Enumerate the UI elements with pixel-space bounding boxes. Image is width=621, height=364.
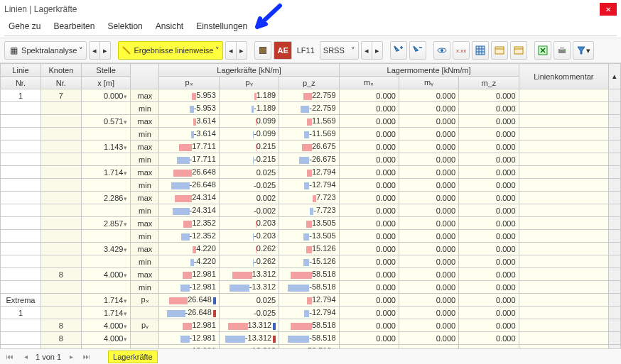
svg-rect-4 xyxy=(514,47,523,54)
table-row[interactable]: 0.571▾ max 3.614 0.099 11.569 0.000 0.00… xyxy=(1,115,621,128)
table-row[interactable]: min -24.314 -0.002 -7.723 0.000 0.000 0.… xyxy=(1,204,621,217)
table-row[interactable]: Extrema 1.714▾ pₓ 26.648 0.025 12.794 0.… xyxy=(1,294,621,307)
toolbar: ▦ Spektralanalyse ˅ ◂▸ Ergebnisse linien… xyxy=(0,38,621,63)
lf-label: LF11 xyxy=(294,41,318,60)
scroll-up[interactable]: ▴ xyxy=(609,64,621,89)
col-lager[interactable]: Lagerkräfte [kN/m] xyxy=(159,64,339,77)
filter-btn-1[interactable] xyxy=(390,41,407,60)
brown-square-icon xyxy=(259,47,266,54)
svg-point-8 xyxy=(563,50,565,51)
nav-next-1[interactable]: ▸ xyxy=(99,41,111,60)
col-mz[interactable]: m_z xyxy=(459,77,519,89)
table-row[interactable]: min -17.711 -0.215 -26.675 0.000 0.000 0… xyxy=(1,153,621,166)
close-button[interactable]: ✕ xyxy=(600,3,617,16)
results-table: Linie Knoten Stelle Lagerkräfte [kN/m] L… xyxy=(0,63,621,348)
srss-dropdown[interactable]: SRSS ˅ xyxy=(320,41,359,60)
col-mx[interactable]: mₓ xyxy=(339,77,399,89)
col-knoten-nr[interactable]: Nr. xyxy=(40,77,81,89)
col-knoten[interactable]: Knoten xyxy=(40,64,81,77)
nav-first[interactable]: ⏮ xyxy=(4,351,16,363)
sheet-tab[interactable]: Lagerkräfte xyxy=(108,351,158,363)
grid-icon xyxy=(475,45,485,55)
table-row[interactable]: 1.143▾ max 17.711 0.215 26.675 0.000 0.0… xyxy=(1,140,621,153)
nav-prev[interactable]: ◂ xyxy=(20,351,31,363)
table-row[interactable]: min -5.953 -1.189 -22.759 0.000 0.000 0.… xyxy=(1,102,621,115)
svg-point-1 xyxy=(441,49,443,52)
menu-view[interactable]: Ansicht xyxy=(150,20,189,33)
table-row[interactable]: min -12.981 -13.312 -58.518 0.000 0.000 … xyxy=(1,281,621,294)
col-pz[interactable]: p_z xyxy=(279,77,339,89)
menu-selection[interactable]: Selektion xyxy=(102,20,148,33)
nav-next-3[interactable]: ▸ xyxy=(372,41,383,60)
table-row[interactable]: 8 4.000▾ max 12.981 13.312 58.518 0.000 … xyxy=(1,268,621,281)
nav-next-2[interactable]: ▸ xyxy=(236,41,247,60)
titlebar: Linien | Lagerkräfte ✕ xyxy=(0,0,621,18)
spectral-icon: ▦ xyxy=(8,45,19,56)
page-counter: 1 von 1 xyxy=(36,353,61,361)
cal-btn-1[interactable] xyxy=(491,41,508,60)
nav-prev-3[interactable]: ◂ xyxy=(361,41,372,60)
svg-rect-2 xyxy=(476,46,485,55)
excel-btn[interactable] xyxy=(534,41,551,60)
view-btn[interactable] xyxy=(433,41,450,60)
line-icon xyxy=(123,46,131,54)
table-row[interactable]: 1 1.714▾ -26.648 -0.025 -12.794 0.000 0.… xyxy=(1,307,621,319)
grid-btn[interactable] xyxy=(472,41,489,60)
cursor-plus-icon xyxy=(394,45,404,55)
filter-btn-2[interactable] xyxy=(409,41,426,60)
col-moment[interactable]: Lagermomente [kNm/m] xyxy=(339,64,519,77)
table-row[interactable]: 8 4.000▾ pᵧ 12.981 13.312 58.518 0.000 0… xyxy=(1,319,621,332)
ae-button[interactable]: AE xyxy=(274,41,291,60)
menu-edit[interactable]: Bearbeiten xyxy=(48,20,100,33)
nav-next[interactable]: ▸ xyxy=(65,351,77,363)
brown-btn[interactable] xyxy=(254,41,271,60)
cal-btn-2[interactable] xyxy=(510,41,527,60)
table-row[interactable]: 2.857▾ max 12.352 0.203 13.505 0.000 0.0… xyxy=(1,217,621,230)
results-table-wrapper[interactable]: Linie Knoten Stelle Lagerkräfte [kN/m] L… xyxy=(0,63,621,348)
col-nr[interactable]: Nr. xyxy=(1,77,41,89)
table-row[interactable]: 2.286▾ max 24.314 0.002 7.723 0.000 0.00… xyxy=(1,192,621,204)
xxx-btn[interactable]: x.xx xyxy=(453,41,470,60)
nav-prev-1[interactable]: ◂ xyxy=(89,41,100,60)
col-py[interactable]: pᵧ xyxy=(219,77,279,89)
col-linie[interactable]: Linie xyxy=(1,64,41,77)
window-title: Linien | Lagerkräfte xyxy=(4,4,600,14)
calendar-icon-2 xyxy=(514,45,524,55)
table-row[interactable]: min -12.352 -0.203 -13.505 0.000 0.000 0… xyxy=(1,230,621,243)
table-row[interactable]: 1 7 0.000▾ max 5.953 1.189 22.759 0.000 … xyxy=(1,89,621,102)
cursor-minus-icon xyxy=(413,45,423,55)
excel-icon xyxy=(538,45,548,55)
col-stelle[interactable]: Stelle xyxy=(81,64,131,77)
col-px[interactable]: pₓ xyxy=(159,77,219,89)
print-btn[interactable] xyxy=(554,41,571,60)
spectral-dropdown[interactable]: ▦ Spektralanalyse ˅ xyxy=(4,41,87,60)
eye-icon xyxy=(437,45,447,55)
svg-rect-3 xyxy=(495,47,504,54)
statusbar: ⏮ ◂ 1 von 1 ▸ ⏭ Lagerkräfte xyxy=(0,348,621,364)
menu-goto[interactable]: Gehe zu xyxy=(3,20,46,33)
svg-rect-7 xyxy=(560,47,564,50)
calendar-icon-1 xyxy=(495,45,504,55)
table-row[interactable]: min -26.648 -0.025 -12.794 0.000 0.000 0… xyxy=(1,179,621,192)
table-row[interactable]: 3.429▾ max 4.220 0.262 15.126 0.000 0.00… xyxy=(1,243,621,255)
col-my[interactable]: mᵧ xyxy=(399,77,458,89)
col-comment[interactable]: Linienkommentar xyxy=(519,64,609,89)
xxx-icon: x.xx xyxy=(456,48,466,54)
nav-prev-2[interactable]: ◂ xyxy=(225,41,237,60)
table-row[interactable]: 1.714▾ max 26.648 0.025 12.794 0.000 0.0… xyxy=(1,166,621,179)
menu-settings[interactable]: Einstellungen xyxy=(190,20,253,33)
table-row[interactable]: 8 4.000▾ -12.981 -13.312 -58.518 0.000 0… xyxy=(1,332,621,345)
results-linewise-dropdown[interactable]: Ergebnisse linienweise ˅ xyxy=(118,41,223,60)
menubar: Gehe zu Bearbeiten Selektion Ansicht Ein… xyxy=(0,18,621,34)
col-x[interactable]: x [m] xyxy=(81,77,131,89)
nav-last[interactable]: ⏭ xyxy=(81,351,92,363)
table-row[interactable]: min -4.220 -0.262 -15.126 0.000 0.000 0.… xyxy=(1,255,621,268)
printer-icon xyxy=(557,45,567,55)
table-row[interactable]: min -3.614 -0.099 -11.569 0.000 0.000 0.… xyxy=(1,128,621,140)
funnel-icon xyxy=(576,45,586,55)
funnel-btn[interactable]: ▾ xyxy=(573,41,594,60)
